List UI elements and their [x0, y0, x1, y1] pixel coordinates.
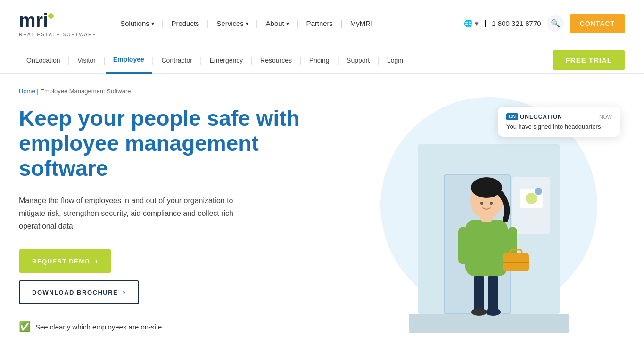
svg-point-23 [490, 202, 493, 205]
page-title: Keep your people safe with employee mana… [19, 106, 333, 181]
nav-right-divider: | [484, 19, 486, 28]
nav-divider-5: | [340, 18, 343, 28]
nav-partners[interactable]: Partners [301, 16, 338, 30]
request-demo-label: REQUEST DEMO [32, 258, 90, 265]
svg-point-21 [471, 177, 502, 198]
subnav-employee[interactable]: Employee [106, 47, 152, 74]
svg-rect-8 [409, 314, 569, 333]
svg-rect-9 [474, 274, 484, 312]
notification-message: You have signed into headquarters [506, 123, 612, 130]
subnav-pricing[interactable]: Pricing [302, 47, 337, 74]
nav-divider-3: | [256, 18, 258, 28]
check-item-1: ✅ See clearly which employees are on-sit… [19, 321, 333, 332]
svg-point-12 [486, 308, 501, 316]
main-navigation: Solutions | Products | Services | About … [116, 16, 464, 30]
logo[interactable]: m ri REAL ESTATE SOFTWARE [19, 10, 97, 37]
check-item-label-1: See clearly which employees are on-site [35, 323, 162, 331]
page-description: Manage the flow of employees in and out … [19, 194, 245, 233]
svg-point-11 [471, 308, 487, 316]
main-content: Home | Employee Management Software Keep… [0, 74, 644, 362]
cta-buttons: REQUEST DEMO › DOWNLOAD BROCHURE › [19, 249, 333, 317]
nav-divider-2: | [207, 18, 209, 28]
svg-point-22 [480, 202, 483, 205]
free-trial-button[interactable]: FREE TRIAL [553, 50, 625, 70]
nav-products[interactable]: Products [166, 16, 204, 30]
nav-right-actions: 🌐 ▾ | 1 800 321 8770 🔍 CONTACT [464, 14, 625, 33]
contact-button[interactable]: CONTACT [570, 14, 625, 33]
language-selector[interactable]: 🌐 ▾ [464, 19, 479, 28]
svg-rect-14 [458, 227, 468, 264]
person-door-illustration [371, 107, 607, 333]
nav-about[interactable]: About [261, 16, 294, 30]
logo-subtitle: REAL ESTATE SOFTWARE [19, 32, 97, 37]
subnav-contractor[interactable]: Contractor [154, 47, 199, 74]
breadcrumb-current: Employee Management Software [40, 88, 131, 95]
subnav-resources[interactable]: Resources [253, 47, 299, 74]
svg-rect-10 [488, 274, 498, 312]
nav-divider-1: | [162, 18, 164, 28]
notification-card: ON ONLOCATION NOW You have signed into h… [498, 107, 620, 137]
subnav-onlocation[interactable]: OnLocation [19, 47, 68, 74]
sub-nav-links: OnLocation | Visitor | Employee | Contra… [19, 47, 553, 74]
content-right: ON ONLOCATION NOW You have signed into h… [352, 88, 625, 362]
request-demo-button[interactable]: REQUEST DEMO › [19, 249, 111, 273]
check-icon-1: ✅ [19, 321, 31, 332]
subnav-emergency[interactable]: Emergency [202, 47, 251, 74]
logo-dot [48, 13, 54, 19]
breadcrumb-home[interactable]: Home [19, 88, 35, 95]
top-navigation: m ri REAL ESTATE SOFTWARE Solutions | Pr… [0, 0, 644, 47]
svg-rect-13 [465, 220, 508, 276]
phone-number: 1 800 321 8770 [492, 19, 541, 27]
notification-logo: ON ONLOCATION [506, 113, 562, 120]
notification-header: ON ONLOCATION NOW [506, 113, 612, 120]
sub-navigation: OnLocation | Visitor | Employee | Contra… [0, 47, 644, 74]
svg-point-7 [535, 188, 542, 195]
content-left: Home | Employee Management Software Keep… [19, 88, 352, 362]
logo-text-m: m [19, 10, 36, 31]
illustration-container: ON ONLOCATION NOW You have signed into h… [352, 88, 625, 333]
breadcrumb: Home | Employee Management Software [19, 88, 333, 95]
request-demo-arrow-icon: › [95, 257, 98, 265]
subnav-support[interactable]: Support [339, 47, 377, 74]
logo-text-ri: ri [36, 10, 49, 31]
nav-solutions[interactable]: Solutions [116, 16, 159, 30]
nav-divider-4: | [297, 18, 299, 28]
nav-mymri[interactable]: MyMRI [346, 16, 378, 30]
download-brochure-label: DOWNLOAD BROCHURE [32, 289, 118, 296]
download-brochure-button[interactable]: DOWNLOAD BROCHURE › [19, 280, 139, 304]
search-button[interactable]: 🔍 [547, 15, 564, 32]
nav-services[interactable]: Services [212, 16, 253, 30]
download-brochure-arrow-icon: › [123, 288, 126, 296]
subnav-visitor[interactable]: Visitor [70, 47, 103, 74]
notification-brand: ONLOCATION [520, 114, 562, 120]
notification-time: NOW [599, 114, 612, 120]
subnav-login[interactable]: Login [380, 47, 411, 74]
svg-point-6 [526, 193, 537, 204]
notification-logo-box: ON [506, 113, 518, 120]
